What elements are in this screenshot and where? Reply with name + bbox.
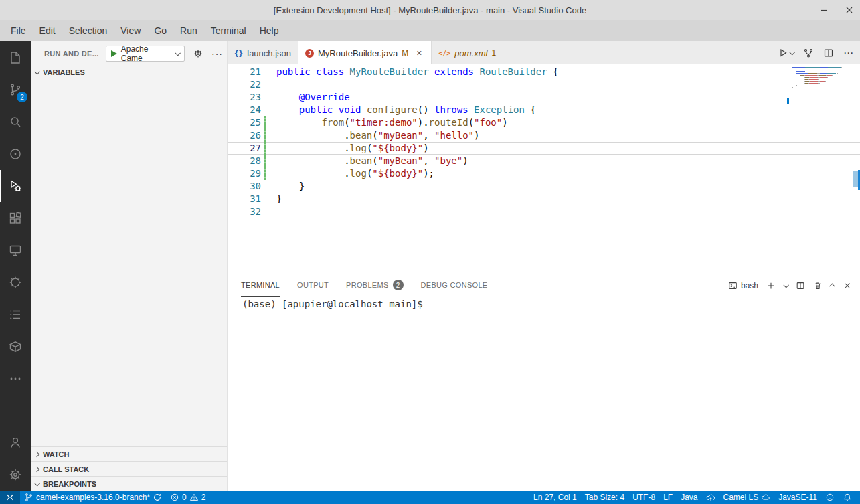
breakpoints-section-header[interactable]: BREAKPOINTS — [31, 476, 227, 491]
menu-file[interactable]: File — [4, 23, 33, 39]
encoding: UTF-8 — [632, 493, 655, 502]
code-editor[interactable]: 21public class MyRouteBuilder extends Ro… — [228, 64, 860, 274]
menu-help[interactable]: Help — [253, 23, 286, 39]
tab-pom-xml[interactable]: </> pom.xml 1 — [432, 41, 503, 64]
indentation-status[interactable]: Tab Size: 4 — [581, 491, 628, 504]
sync-status[interactable] — [702, 491, 719, 504]
breakpoint-gutter[interactable] — [228, 205, 241, 218]
code-line[interactable]: 32 — [228, 205, 860, 218]
tab-output[interactable]: OUTPUT — [297, 274, 329, 297]
breakpoint-gutter[interactable] — [228, 129, 241, 142]
code-line[interactable]: 24 public void configure() throws Except… — [228, 104, 860, 116]
sidebar-item-source-control[interactable]: 2 — [0, 74, 31, 106]
tab-myroutebuilder-java[interactable]: J MyRouteBuilder.java M × — [298, 41, 432, 64]
code-line[interactable]: 29 .log("${body}"); — [228, 167, 860, 180]
launch-profile-chevron-icon[interactable] — [783, 282, 788, 288]
breakpoint-gutter[interactable] — [228, 180, 241, 193]
sidebar-item-extensions[interactable] — [0, 202, 31, 234]
close-window-button[interactable] — [844, 5, 855, 15]
menu-run[interactable]: Run — [173, 23, 204, 39]
breakpoint-gutter[interactable] — [228, 104, 241, 116]
run-java-button[interactable] — [778, 48, 794, 58]
variables-section-header[interactable]: VARIABLES — [31, 65, 227, 80]
problems-count-badge: 2 — [393, 280, 404, 290]
code-line[interactable]: 26 .bean("myBean", "hello") — [228, 129, 860, 142]
minimize-button[interactable] — [819, 5, 829, 15]
breakpoint-gutter[interactable] — [228, 193, 241, 205]
camel-ls-status[interactable]: Camel LS — [719, 491, 775, 504]
sidebar-item-outline[interactable] — [0, 299, 31, 331]
debug-config-dropdown[interactable]: Apache Came — [106, 46, 185, 62]
problems-status[interactable]: 0 2 — [166, 491, 209, 504]
sidebar-item-containers[interactable] — [0, 331, 31, 363]
tab-terminal[interactable]: TERMINAL — [241, 274, 280, 297]
menu-terminal[interactable]: Terminal — [204, 23, 253, 39]
manage-button[interactable] — [0, 458, 31, 491]
notifications-button[interactable] — [839, 491, 856, 504]
output-tab-label: OUTPUT — [297, 281, 329, 289]
breakpoint-gutter[interactable] — [228, 167, 241, 180]
code-line[interactable]: 25 from("timer:demo").routeId("foo") — [228, 116, 860, 129]
split-terminal-icon[interactable] — [796, 281, 805, 290]
call-stack-section-header[interactable]: CALL STACK — [31, 461, 227, 476]
remote-explorer-icon — [7, 242, 23, 258]
watch-section-header[interactable]: WATCH — [31, 446, 227, 461]
minimap[interactable] — [792, 67, 849, 91]
views-and-more-actions-button[interactable]: ··· — [211, 48, 223, 59]
start-debugging-icon[interactable] — [111, 50, 117, 57]
terminal-shell-picker[interactable]: bash — [728, 281, 758, 290]
accounts-button[interactable] — [0, 426, 31, 458]
menu-view[interactable]: View — [114, 23, 147, 39]
minimap-slider[interactable] — [787, 98, 789, 104]
open-launch-json-button[interactable] — [193, 48, 203, 59]
menu-selection[interactable]: Selection — [62, 23, 114, 39]
sidebar-item-run-and-debug[interactable] — [0, 170, 31, 202]
new-terminal-icon[interactable] — [766, 281, 776, 290]
feedback-status[interactable] — [821, 491, 839, 504]
open-changes-icon[interactable] — [803, 48, 814, 58]
code-line[interactable]: 23 @Override — [228, 91, 860, 104]
terminal-view[interactable]: (base) [apupier@localhost main]$ — [228, 297, 860, 491]
code-line[interactable]: 31} — [228, 193, 860, 205]
code-line[interactable]: 30 } — [228, 180, 860, 193]
sidebar-item-more-views[interactable] — [0, 363, 31, 395]
git-gutter — [261, 155, 269, 167]
split-editor-icon[interactable] — [823, 48, 834, 58]
language-mode-status[interactable]: Java — [677, 491, 701, 504]
java-runtime-status[interactable]: JavaSE-11 — [774, 491, 821, 504]
tab-problems[interactable]: PROBLEMS 2 — [346, 274, 404, 297]
kill-terminal-icon[interactable] — [813, 281, 823, 290]
code-text: from("timer:demo").routeId("foo") — [269, 116, 860, 129]
overview-ruler[interactable] — [851, 64, 860, 274]
menu-edit[interactable]: Edit — [33, 23, 62, 39]
cursor-position-status[interactable]: Ln 27, Col 1 — [529, 491, 581, 504]
eol-status[interactable]: LF — [659, 491, 677, 504]
breakpoint-gutter[interactable] — [228, 91, 241, 104]
breakpoint-gutter[interactable] — [228, 116, 241, 129]
remote-indicator[interactable] — [0, 491, 20, 504]
close-tab-icon[interactable]: × — [414, 48, 424, 58]
line-number: 22 — [241, 78, 261, 91]
sidebar-item-camel[interactable] — [0, 266, 31, 299]
code-line[interactable]: 21public class MyRouteBuilder extends Ro… — [228, 66, 860, 78]
code-line[interactable]: 27 .log("${body}") — [228, 142, 860, 155]
terminal-prompt: (base) [apupier@localhost main]$ — [242, 299, 423, 309]
close-panel-icon[interactable] — [843, 281, 852, 290]
breakpoint-gutter[interactable] — [228, 155, 241, 167]
breakpoint-gutter[interactable] — [228, 78, 241, 91]
menu-go[interactable]: Go — [147, 23, 173, 39]
tab-debug-console[interactable]: DEBUG CONSOLE — [421, 274, 488, 297]
sidebar-item-search[interactable] — [0, 106, 31, 138]
breakpoint-gutter[interactable] — [228, 142, 241, 155]
sidebar-item-remote-explorer[interactable] — [0, 234, 31, 266]
encoding-status[interactable]: UTF-8 — [628, 491, 659, 504]
code-line[interactable]: 28 .bean("myBean", "bye") — [228, 155, 860, 167]
sidebar-item-explorer[interactable] — [0, 41, 31, 74]
more-actions-icon[interactable]: ⋯ — [843, 47, 853, 59]
sidebar-item-test-explorer[interactable] — [0, 138, 31, 170]
breakpoint-gutter[interactable] — [228, 66, 241, 78]
code-line[interactable]: 22 — [228, 78, 860, 91]
git-branch-status[interactable]: camel-examples-3.16.0-branch* — [20, 491, 166, 504]
maximize-panel-icon[interactable] — [829, 283, 835, 288]
tab-launch-json[interactable]: {} launch.json — [228, 41, 298, 64]
